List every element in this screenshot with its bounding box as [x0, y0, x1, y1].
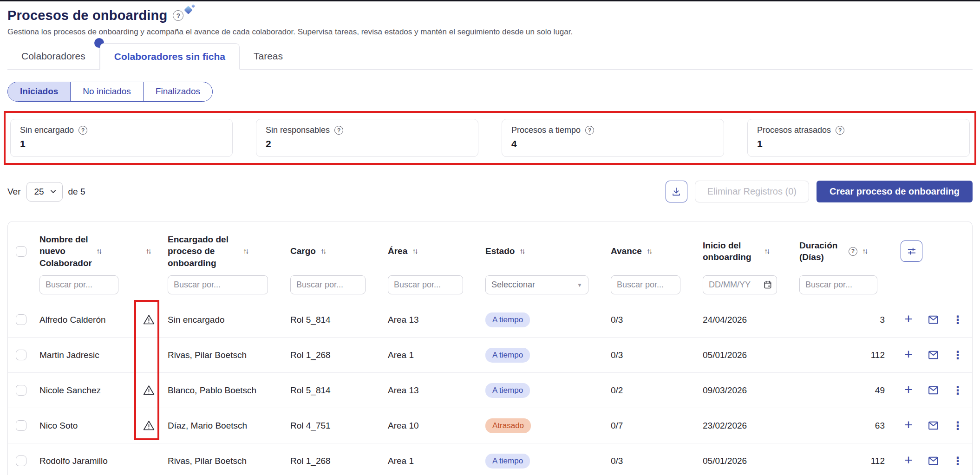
- stat-card-procesos-a-tiempo: Procesos a tiempo ? 4: [502, 119, 724, 157]
- status-badge: A tiempo: [485, 454, 530, 468]
- row-role: Rol 5_814: [285, 385, 382, 396]
- status-badge: Atrasado: [485, 418, 531, 433]
- add-task-button[interactable]: +: [901, 383, 916, 398]
- row-start-date: 05/01/2026: [697, 350, 794, 360]
- mail-icon: [928, 349, 939, 361]
- mail-button[interactable]: [925, 383, 941, 398]
- status-badge: A tiempo: [485, 383, 530, 398]
- row-progress: 0/3: [605, 315, 697, 325]
- row-menu-button[interactable]: ⋮: [950, 383, 966, 398]
- sort-icon-start[interactable]: ↑↓: [764, 247, 770, 255]
- select-arrow-icon: ▼: [577, 282, 582, 288]
- column-settings-button[interactable]: [901, 241, 922, 262]
- column-header-name: Nombre del nuevo Colaborador: [39, 234, 91, 268]
- help-icon[interactable]: ?: [78, 126, 87, 135]
- stat-label: Sin responsables: [266, 125, 330, 135]
- sort-icon-warning[interactable]: ↑↓: [146, 247, 152, 255]
- add-task-button[interactable]: +: [901, 418, 916, 434]
- add-task-button[interactable]: +: [901, 453, 916, 469]
- select-all-checkbox[interactable]: [16, 246, 26, 257]
- tab-tareas[interactable]: Tareas: [240, 43, 297, 69]
- download-button[interactable]: [666, 181, 687, 202]
- table-row[interactable]: Nico Soto Díaz, Mario Boetsch Rol 4_751 …: [8, 408, 972, 443]
- segment-no-iniciados[interactable]: No iniciados: [70, 82, 143, 101]
- sort-icon-name[interactable]: ↑↓: [96, 247, 102, 255]
- filter-row: Seleccionar ▼: [8, 274, 972, 302]
- row-role: Rol 4_751: [285, 421, 382, 431]
- row-manager: Blanco, Pablo Boetsch: [162, 385, 285, 396]
- row-checkbox[interactable]: [16, 314, 26, 325]
- sort-icon-role[interactable]: ↑↓: [320, 247, 327, 255]
- search-input-name[interactable]: [39, 275, 118, 294]
- onboarding-table: Nombre del nuevo Colaborador ↑↓ ↑↓ Encar…: [7, 221, 973, 475]
- tab-bar: Colaboradores Colaboradores sin ficha Ta…: [7, 43, 973, 70]
- row-menu-button[interactable]: ⋮: [950, 347, 966, 363]
- row-checkbox[interactable]: [16, 455, 26, 466]
- search-input-area[interactable]: [388, 275, 463, 294]
- row-progress: 0/3: [605, 350, 697, 360]
- table-toolbar: Ver 25 de 5 Eliminar Registros (0) Crear…: [7, 181, 973, 202]
- help-icon[interactable]: ?: [585, 126, 594, 135]
- row-menu-button[interactable]: ⋮: [950, 453, 966, 469]
- row-role: Rol 1_268: [285, 456, 382, 466]
- add-task-button[interactable]: +: [901, 347, 916, 363]
- row-area: Area 13: [382, 385, 480, 396]
- row-manager: Sin encargado: [162, 315, 285, 325]
- row-checkbox[interactable]: [16, 420, 26, 431]
- segment-iniciados[interactable]: Iniciados: [8, 82, 70, 101]
- mail-button[interactable]: [925, 312, 941, 328]
- status-badge: A tiempo: [485, 312, 530, 327]
- mail-button[interactable]: [925, 347, 941, 363]
- add-task-button[interactable]: +: [901, 312, 916, 328]
- date-filter[interactable]: [703, 275, 777, 294]
- create-onboarding-button[interactable]: Crear proceso de onboarding: [817, 181, 973, 202]
- tab-colaboradores-sin-ficha[interactable]: Colaboradores sin ficha: [100, 43, 240, 70]
- status-filter-select[interactable]: Seleccionar ▼: [485, 275, 588, 294]
- stat-value: 4: [511, 138, 714, 150]
- sort-icon-manager[interactable]: ↑↓: [243, 247, 249, 255]
- select-placeholder: Seleccionar: [491, 280, 535, 290]
- search-input-progress[interactable]: [611, 275, 680, 294]
- table-row[interactable]: Alfredo Calderón Sin encargado Rol 5_814…: [8, 302, 972, 338]
- table-row[interactable]: Nicole Sanchez Blanco, Pablo Boetsch Rol…: [8, 373, 972, 408]
- row-checkbox[interactable]: [16, 385, 26, 396]
- row-menu-button[interactable]: ⋮: [950, 312, 966, 328]
- duration-help-icon[interactable]: ?: [849, 247, 857, 256]
- row-area: Area 1: [382, 350, 480, 360]
- mail-button[interactable]: [925, 418, 941, 434]
- page-title: Procesos de onboarding: [7, 8, 167, 23]
- row-progress: 0/3: [605, 456, 697, 466]
- row-menu-button[interactable]: ⋮: [950, 418, 966, 434]
- mail-button[interactable]: [925, 453, 941, 469]
- row-checkbox[interactable]: [16, 350, 26, 360]
- delete-records-button[interactable]: Eliminar Registros (0): [695, 181, 809, 202]
- help-icon[interactable]: ?: [334, 126, 343, 135]
- row-duration: 3: [794, 315, 894, 325]
- row-start-date: 05/01/2026: [697, 456, 794, 466]
- search-input-duration[interactable]: [799, 275, 877, 294]
- row-area: Area 13: [382, 315, 480, 325]
- table-row[interactable]: Martin Jadresic Rivas, Pilar Boetsch Rol…: [8, 338, 972, 373]
- sort-icon-progress[interactable]: ↑↓: [647, 247, 653, 255]
- search-input-manager[interactable]: [168, 275, 268, 294]
- sort-icon-status[interactable]: ↑↓: [519, 247, 525, 255]
- mail-icon: [928, 314, 939, 325]
- calendar-icon[interactable]: [763, 280, 772, 291]
- table-row[interactable]: Rodolfo Jaramillo Rivas, Pilar Boetsch R…: [8, 443, 972, 475]
- page-size-value: 25: [34, 187, 44, 197]
- search-input-role[interactable]: [290, 275, 366, 294]
- row-manager: Díaz, Mario Boetsch: [162, 421, 285, 431]
- row-name: Nicole Sanchez: [34, 385, 135, 396]
- page-size-select[interactable]: 25: [26, 182, 63, 202]
- sort-icon-duration[interactable]: ↑↓: [862, 247, 868, 255]
- help-icon[interactable]: ?: [836, 126, 844, 135]
- total-count-label: de 5: [68, 187, 85, 197]
- row-progress: 0/2: [605, 385, 697, 396]
- segment-finalizados[interactable]: Finalizados: [143, 82, 212, 101]
- title-help-icon[interactable]: ?: [173, 10, 183, 21]
- sort-icon-area[interactable]: ↑↓: [412, 247, 418, 255]
- chevron-down-icon: [50, 188, 57, 195]
- column-header-duration: Duración (Días): [799, 240, 844, 263]
- tab-colaboradores[interactable]: Colaboradores: [7, 43, 100, 69]
- row-start-date: 23/02/2026: [697, 421, 794, 431]
